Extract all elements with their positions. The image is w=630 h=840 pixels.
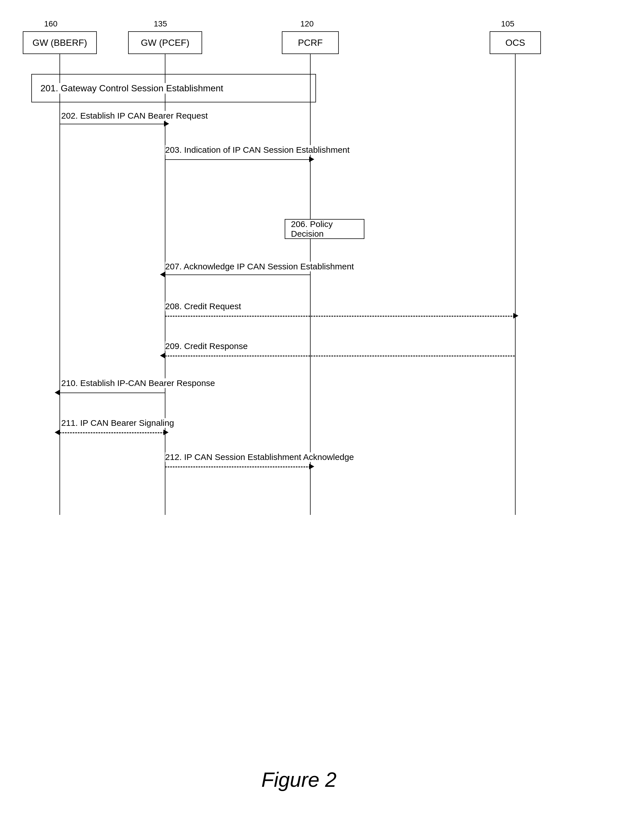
entity-gw-pcef-label: GW (PCEF): [141, 38, 190, 48]
msg210-line: [60, 393, 165, 393]
msg207-label: 207. Acknowledge IP CAN Session Establis…: [165, 262, 354, 272]
vline-pcrf: [310, 54, 310, 515]
msg212-arrowhead: [309, 464, 314, 469]
msg202-line: [60, 124, 165, 124]
ref-ocs: 105: [501, 19, 514, 28]
msg208-arrowhead: [513, 313, 518, 319]
msg203-arrowhead: [309, 156, 314, 162]
msg201-box: 201. Gateway Control Session Establishme…: [31, 74, 316, 103]
msg201-label: 201. Gateway Control Session Establishme…: [40, 83, 223, 93]
entity-gw-bberf: GW (BBERF): [23, 31, 97, 54]
msg208-label: 208. Credit Request: [165, 302, 241, 311]
msg211-label: 211. IP CAN Bearer Signaling: [61, 418, 174, 428]
vline-gw-bberf: [60, 54, 60, 515]
ref-gw-pcef: 135: [154, 19, 167, 28]
msg207-line: [165, 275, 310, 275]
entity-gw-pcef: GW (PCEF): [128, 31, 202, 54]
msg210-label: 210. Establish IP-CAN Bearer Response: [61, 378, 215, 388]
msg207-arrowhead: [160, 272, 165, 277]
msg209-label: 209. Credit Response: [165, 341, 248, 351]
msg210-arrowhead: [55, 390, 60, 395]
msg208-line: [165, 316, 515, 317]
msg211-arrowhead-left: [55, 429, 60, 435]
figure-caption: Figure 2: [171, 768, 427, 791]
entity-gw-bberf-label: GW (BBERF): [32, 38, 87, 48]
msg211-arrowhead-right: [163, 429, 169, 435]
msg211-line: [60, 433, 165, 433]
msg203-label: 203. Indication of IP CAN Session Establ…: [165, 145, 350, 155]
msg202-label: 202. Establish IP CAN Bearer Request: [61, 111, 208, 121]
ref-gw-bberf: 160: [44, 19, 57, 28]
diagram-container: 160 135 120 105 GW (BBERF) GW (PCEF) PCR…: [0, 0, 630, 840]
msg206-label: 206. Policy Decision: [291, 219, 358, 238]
entity-ocs: OCS: [490, 31, 541, 54]
entity-pcrf-label: PCRF: [298, 38, 323, 48]
msg209-arrowhead: [160, 353, 165, 358]
msg202-arrowhead: [164, 121, 169, 126]
entity-pcrf: PCRF: [282, 31, 339, 54]
msg203-line: [165, 159, 310, 160]
msg209-line: [165, 355, 515, 357]
msg212-line: [165, 466, 310, 467]
msg206-box: 206. Policy Decision: [285, 219, 364, 239]
entity-ocs-label: OCS: [505, 38, 525, 48]
ref-pcrf: 120: [300, 19, 314, 28]
msg212-label: 212. IP CAN Session Establishment Acknow…: [165, 452, 354, 462]
vline-ocs: [515, 54, 516, 515]
